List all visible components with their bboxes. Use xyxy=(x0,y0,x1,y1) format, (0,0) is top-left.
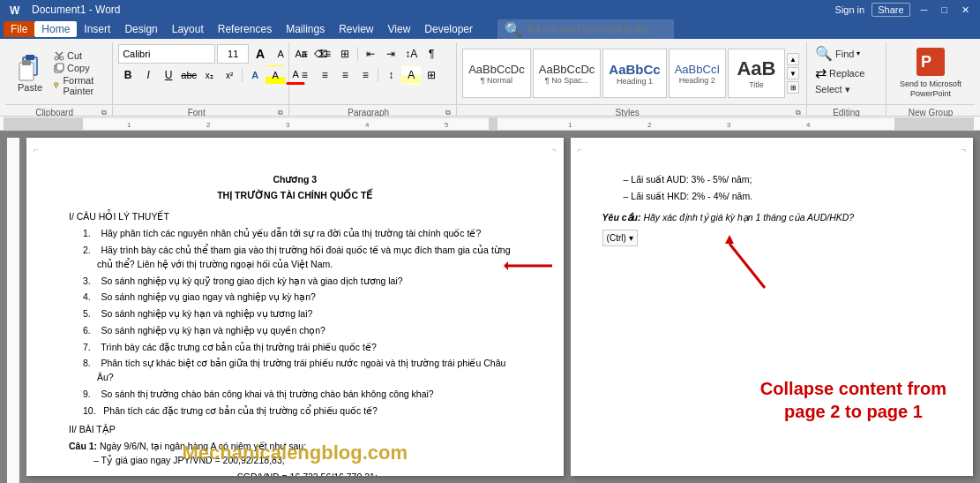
menu-developer[interactable]: Developer xyxy=(417,21,480,37)
corner2-tr: ¬ xyxy=(961,143,966,156)
menu-design[interactable]: Design xyxy=(117,21,164,37)
para-row1: ≡ 1≡ ⊞ ⇤ ⇥ ↕A ¶ xyxy=(295,44,441,64)
svg-text:4: 4 xyxy=(806,121,811,129)
section1-header: I/ CÂU HỎI LÝ THUYẾT xyxy=(69,210,521,224)
paste-label: Paste xyxy=(18,82,42,93)
signin-link[interactable]: Sign in xyxy=(835,4,865,15)
paste-icon xyxy=(16,54,44,82)
editing-group: 🔍 Find ▾ ⇄ Replace Select ▾ Editing xyxy=(807,42,886,120)
italic-button[interactable]: I xyxy=(138,65,158,85)
show-marks-button[interactable]: ¶ xyxy=(422,44,441,64)
copy-button[interactable]: Copy xyxy=(51,62,105,74)
font-size-increase[interactable]: A xyxy=(251,44,270,64)
section2-header: II/ BÀI TẬP xyxy=(69,423,521,437)
font-expander[interactable]: ⧉ xyxy=(276,109,285,117)
para-row2: ≡ ≡ ≡ ≡ ↕ A ⊞ xyxy=(295,65,441,85)
menu-insert[interactable]: Insert xyxy=(77,21,117,37)
justify[interactable]: ≡ xyxy=(355,65,375,85)
item-2: 2. Hãy trình bày các chủ thể tham gia và… xyxy=(83,244,521,272)
multilevel-button[interactable]: ⊞ xyxy=(335,44,355,64)
font-size-decrease[interactable]: A xyxy=(271,44,290,64)
find-label: Find xyxy=(835,49,854,59)
menu-mailings[interactable]: Mailings xyxy=(279,21,332,37)
cut-icon xyxy=(54,50,64,61)
new-group-label: Send to Microsoft PowerPoint xyxy=(895,79,966,99)
menu-view[interactable]: View xyxy=(381,21,418,37)
style-heading1[interactable]: AaBbCc Heading 1 xyxy=(602,49,666,98)
style-no-space[interactable]: AaBbCcDc ¶ No Spac... xyxy=(533,49,602,98)
item-7: 7. Trình bày các đặc trưng cơ bản của th… xyxy=(83,341,521,355)
align-center[interactable]: ≡ xyxy=(315,65,334,85)
replace-button[interactable]: ⇄ Replace xyxy=(812,64,867,82)
maximize-icon[interactable]: □ xyxy=(938,4,951,15)
styles-expand[interactable]: ⊞ xyxy=(787,81,799,94)
line-spacing[interactable]: ↕ xyxy=(381,65,400,85)
title-bar-right: Sign in Share ─ □ ✕ xyxy=(835,3,973,17)
styles-up[interactable]: ▲ xyxy=(787,53,799,65)
svg-text:P: P xyxy=(921,53,931,71)
increase-indent[interactable]: ⇥ xyxy=(381,44,400,64)
svg-text:2: 2 xyxy=(647,121,652,129)
menu-review[interactable]: Review xyxy=(332,21,380,37)
title-bar: W Document1 - Word Sign in Share ─ □ ✕ xyxy=(0,0,980,19)
styles-group: AaBbCcDc ¶ Normal AaBbCcDc ¶ No Spac... … xyxy=(457,42,807,120)
item-3: 3. So sánh nghiệp vụ kỳ quỹ trong giao d… xyxy=(83,275,521,289)
styles-expander[interactable]: ⧉ xyxy=(794,109,803,117)
bullets-button[interactable]: ≡ xyxy=(295,44,314,64)
numbering-button[interactable]: 1≡ xyxy=(315,44,334,64)
bold-button[interactable]: B xyxy=(118,65,138,85)
align-right[interactable]: ≡ xyxy=(335,65,355,85)
search-input[interactable] xyxy=(526,24,667,34)
paste-button[interactable]: Paste xyxy=(11,46,49,101)
subscript-button[interactable]: x₂ xyxy=(199,65,219,85)
format-painter-label: Format Painter xyxy=(63,75,102,96)
decrease-indent[interactable]: ⇤ xyxy=(361,44,380,64)
menu-home[interactable]: Home xyxy=(34,21,77,37)
item-5: 5. So sánh nghiệp vụ kỳ hạn và nghiệp vụ… xyxy=(83,307,521,321)
font-size-input[interactable]: 11 xyxy=(217,44,249,64)
svg-line-31 xyxy=(729,244,765,288)
close-icon[interactable]: ✕ xyxy=(958,4,973,16)
paragraph-expander[interactable]: ⧉ xyxy=(444,109,453,117)
word-icon: W xyxy=(7,3,21,17)
menu-file[interactable]: File xyxy=(4,21,34,37)
styles-down[interactable]: ▼ xyxy=(787,67,799,79)
style-normal[interactable]: AaBbCcDc ¶ Normal xyxy=(462,49,531,98)
font-row2: B I U abc x₂ x² A A A xyxy=(118,65,305,85)
svg-marker-30 xyxy=(504,261,508,270)
ctrl-badge[interactable]: (Ctrl) ▾ xyxy=(602,230,638,246)
strikethrough-button[interactable]: abc xyxy=(179,65,198,85)
shading-button[interactable]: A xyxy=(401,65,421,85)
minimize-icon[interactable]: ─ xyxy=(917,4,931,15)
underline-button[interactable]: U xyxy=(159,65,178,85)
search-bar[interactable]: 🔍 xyxy=(497,19,674,40)
find-button[interactable]: 🔍 Find ▾ xyxy=(812,44,863,63)
copy-label: Copy xyxy=(67,63,90,73)
superscript-button[interactable]: x² xyxy=(220,65,239,85)
svg-text:2: 2 xyxy=(206,121,211,129)
text-effect-button[interactable]: A xyxy=(245,65,265,85)
clipboard-expander[interactable]: ⧉ xyxy=(100,109,108,117)
chapter-title: Chương 3 xyxy=(69,173,521,187)
bullet2: SGD/VND = 16.722,56/16.770,21; xyxy=(94,471,521,477)
align-left[interactable]: ≡ xyxy=(295,65,314,85)
borders-button[interactable]: ⊞ xyxy=(422,65,441,85)
format-painter-button[interactable]: Format Painter xyxy=(51,74,105,97)
share-button[interactable]: Share xyxy=(872,3,909,17)
search-icon: 🔍 xyxy=(505,21,522,38)
svg-rect-28 xyxy=(7,138,19,483)
page1-title: THỊ TRƯỜNG TÀI CHÍNH QUỐC TẾ xyxy=(69,189,521,203)
svg-rect-16 xyxy=(489,117,497,130)
powerpoint-icon: P xyxy=(916,48,945,76)
style-heading2[interactable]: AaBbCcI Heading 2 xyxy=(669,49,726,98)
text-highlight-button[interactable]: A xyxy=(266,65,285,85)
menu-layout[interactable]: Layout xyxy=(165,21,211,37)
sort-button[interactable]: ↕A xyxy=(401,44,421,64)
svg-text:W: W xyxy=(10,4,20,17)
font-name-input[interactable] xyxy=(118,44,215,64)
select-button[interactable]: Select ▾ xyxy=(812,83,853,96)
yeucau-text: Hãy xác định tỷ giá kỳ hạn 1 tháng của A… xyxy=(641,212,855,223)
menu-references[interactable]: References xyxy=(211,21,279,37)
style-title[interactable]: AaB Title xyxy=(728,49,785,98)
cut-button[interactable]: Cut xyxy=(51,49,105,62)
